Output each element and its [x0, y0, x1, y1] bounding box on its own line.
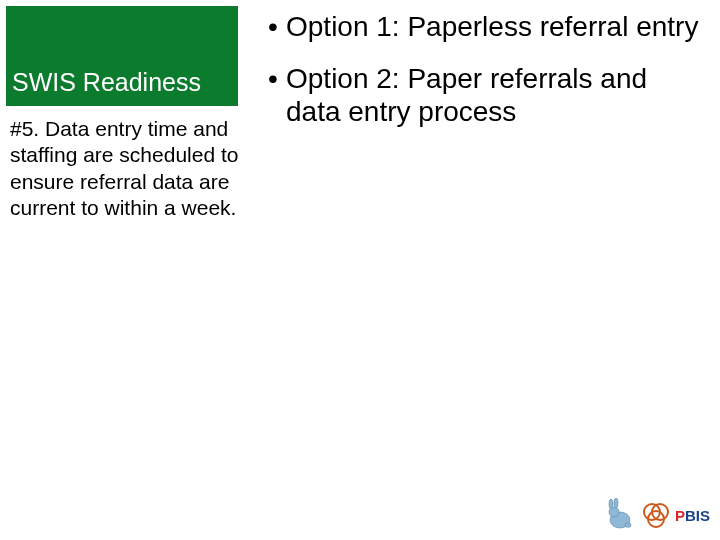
rings-icon [641, 500, 671, 530]
footer-logo-area: PBIS [603, 498, 710, 532]
pbis-wordmark: PBIS [675, 507, 710, 524]
svg-point-4 [625, 523, 631, 528]
bullet-text: Option 1: Paperless referral entry [286, 10, 700, 44]
bullet-dot-icon: • [260, 62, 286, 96]
pbis-letters-rest: BIS [685, 507, 710, 524]
bullet-item: • Option 2: Paper referrals and data ent… [260, 62, 700, 129]
slide-title: SWIS Readiness [12, 69, 201, 97]
title-block: SWIS Readiness [6, 6, 238, 106]
pbis-letter-p: P [675, 507, 685, 524]
bullet-item: • Option 1: Paperless referral entry [260, 10, 700, 44]
svg-point-3 [614, 498, 618, 508]
slide-subtitle: #5. Data entry time and staffing are sch… [10, 116, 240, 221]
svg-point-2 [609, 499, 613, 509]
rabbit-icon [603, 498, 637, 532]
bullet-text: Option 2: Paper referrals and data entry… [286, 62, 700, 129]
slide: SWIS Readiness #5. Data entry time and s… [0, 0, 720, 540]
bullet-list: • Option 1: Paperless referral entry • O… [260, 10, 700, 147]
bullet-dot-icon: • [260, 10, 286, 44]
